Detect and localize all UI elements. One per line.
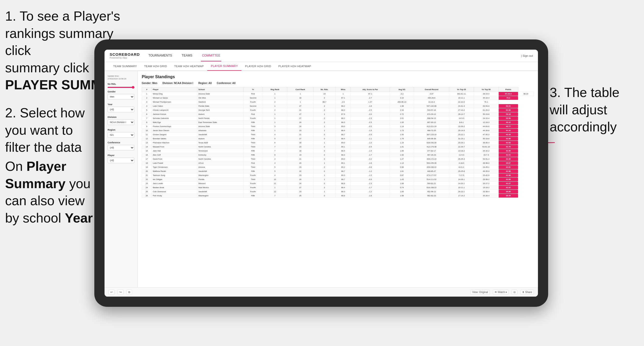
sub-nav-player-h2h-heatmap[interactable]: PLAYER H2H HEATMAP: [275, 62, 315, 71]
player-select[interactable]: (All): [108, 158, 134, 163]
table-cell: -1.0: [351, 141, 390, 145]
table-cell: 208-96-13: [390, 100, 414, 104]
table-cell: Fifth: [243, 149, 263, 153]
table-cell: -1.2: [351, 169, 390, 173]
table-cell: 14: [142, 145, 152, 149]
table-cell: 1.14: [390, 124, 414, 129]
table-cell: Third: [243, 177, 263, 182]
table-cell: 3.07: [414, 92, 449, 96]
watch-label: 👁 Watch ▾: [495, 291, 507, 294]
layout-btn[interactable]: ⊟: [512, 290, 517, 295]
table-row: 26Petr HrubyWashingtonFifth725068.6-1.81…: [142, 194, 534, 198]
sub-nav-player-h2h-grid[interactable]: PLAYER H2H GRID: [241, 62, 275, 71]
gender-select[interactable]: Men: [108, 94, 134, 100]
col-points: Points: [498, 87, 518, 92]
table-cell: 1.47: [351, 100, 390, 104]
table-cell: 1.73: [390, 129, 414, 133]
table-cell: Maxwell Ford: [152, 145, 197, 149]
table-cell: Third: [243, 133, 263, 137]
filters-panel: Update time: 27/03/2024 16:56:26 No Rds.…: [105, 71, 138, 287]
table-cell: 5: [263, 137, 287, 141]
table-cell: 15: [313, 92, 336, 96]
table-cell: 4: [142, 104, 152, 108]
table-cell: 35-26-4: [474, 194, 498, 198]
watch-btn[interactable]: 👁 Watch ▾: [493, 290, 509, 295]
table-cell: Alex Goff: [152, 153, 197, 157]
table-row: 17David FordNorth CarolinaThird421069.0-…: [142, 157, 534, 161]
table-row: 8Mats EgeEast Tennessee StateFifth124268…: [142, 120, 534, 124]
table-area: Player Standings Gender: Men Division: N…: [138, 71, 538, 287]
table-cell: 2: [313, 108, 336, 112]
table-cell: Stanford: [197, 100, 243, 104]
table-cell: Fifth: [243, 194, 263, 198]
table-cell: Phichaksn Maichon: [152, 141, 197, 145]
table-cell: 19-7-3: [474, 153, 498, 157]
table-cell: 2: [313, 120, 336, 124]
nav-tournaments[interactable]: TOURNAMENTS: [147, 50, 173, 61]
sign-out-link[interactable]: | Sign out: [521, 54, 533, 57]
table-cell: -1.1: [351, 137, 390, 141]
table-cell: 68.4: [336, 137, 351, 141]
nav-teams[interactable]: TEAMS: [181, 50, 193, 61]
table-cell: Tennessee: [197, 149, 243, 153]
table-cell: 1.65: [390, 190, 414, 194]
table-row: 4Luke ClatonFlorida StateSecond127268.2-…: [142, 104, 534, 108]
table-cell: Second: [243, 96, 263, 100]
table-cell: 8: [263, 153, 287, 157]
nav-committee[interactable]: COMMITTEE: [201, 50, 221, 61]
undo-btn[interactable]: ↩: [109, 289, 114, 295]
division-select[interactable]: NCAA Division I: [108, 119, 134, 125]
region-summary: Region: All: [198, 82, 212, 85]
year-select[interactable]: (All): [108, 107, 134, 112]
table-cell: 429-198-22: [414, 165, 449, 169]
table-cell: 2: [142, 96, 152, 100]
table-cell: 40.98: [498, 173, 518, 177]
instruction-step2-l2: you want to: [5, 123, 73, 137]
sub-nav-team-h2h-heatmap[interactable]: TEAM H2H HEATMAP: [171, 62, 207, 71]
instruction-step2-l1: 2. Select how: [5, 105, 85, 120]
conference-select[interactable]: (All): [108, 145, 134, 150]
table-cell: 68.7: [336, 177, 351, 182]
table-cell: Preston Summerhays: [152, 124, 197, 129]
table-cell: 412-179-38: [414, 145, 449, 149]
view-original-btn[interactable]: View: Original: [470, 290, 490, 295]
sub-nav-team-h2h-grid[interactable]: TEAM H2H GRID: [140, 62, 171, 71]
instruction-step3-text: 3. The table will adjust accordingly: [550, 85, 620, 134]
table-cell: 68.3: [336, 190, 351, 194]
instruction-step2: 2. Select how you want to filter the dat…: [5, 104, 85, 156]
table-cell: -0.8: [351, 165, 390, 169]
nav-links[interactable]: TOURNAMENTS TEAMS COMMITTEE: [147, 50, 521, 61]
table-row: 22Ian GilliganFloridaThird1024168.7-0.91…: [142, 177, 534, 182]
table-cell: Gordon Sargent: [152, 133, 197, 137]
table-cell: 412-221-24: [414, 124, 449, 129]
table-cell: 23: [287, 145, 314, 149]
table-cell: 70.1: [474, 100, 498, 104]
table-cell: 4-18-0: [449, 161, 474, 165]
table-cell: 31-15-1: [449, 137, 474, 141]
no-rds-slider[interactable]: [108, 87, 134, 88]
redo-btn[interactable]: ↪: [118, 289, 123, 295]
table-cell: 27: [287, 112, 314, 116]
table-cell: 10: [263, 177, 287, 182]
table-cell: Georgia Tech: [197, 108, 243, 112]
sub-nav-team-summary[interactable]: TEAM SUMMARY: [110, 62, 140, 71]
table-cell: 68.5: [336, 149, 351, 153]
gender-filter-label: Gender: [108, 90, 134, 93]
table-cell: 67.1: [336, 96, 351, 100]
copy-btn[interactable]: ⧉: [126, 289, 132, 295]
table-cell: 5: [263, 165, 287, 169]
table-cell: 26-32-2: [474, 149, 498, 153]
table-cell: 1.15: [390, 141, 414, 145]
share-btn[interactable]: ⬆ Share: [520, 290, 534, 295]
table-cell: Jack Lundin: [152, 182, 197, 186]
table-cell: 10: [142, 129, 152, 133]
table-cell: 18: [287, 149, 314, 153]
table-cell: Jackson Koivun: [152, 112, 197, 116]
table-cell: 27-10-2: [449, 108, 474, 112]
table-cell: 17-14-2: [449, 194, 474, 198]
table-cell: -0.9: [351, 133, 390, 137]
col-reg-rank: Reg Rank: [263, 87, 287, 92]
sub-nav-player-summary[interactable]: PLAYER SUMMARY: [207, 62, 241, 71]
region-select[interactable]: N/A: [108, 132, 134, 138]
share-label: Share: [525, 291, 532, 294]
